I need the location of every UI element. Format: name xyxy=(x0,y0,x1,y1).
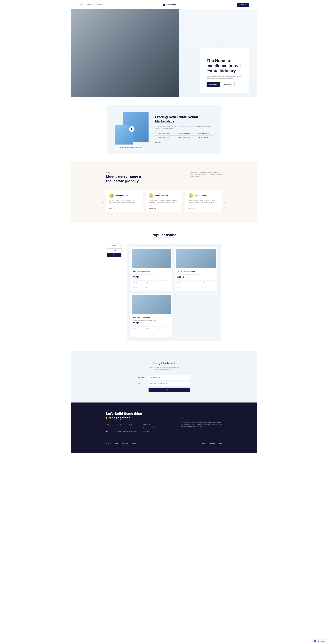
listing-image xyxy=(176,249,216,268)
footer-nav: Company Careers Blogs xyxy=(201,443,222,444)
hero: WELCOME The Home of excellence in real e… xyxy=(71,9,257,97)
card-explore-link[interactable]: Explore More xyxy=(149,208,157,209)
addr-usa: Valentin Paterson Road 24,USA xyxy=(115,424,137,428)
building-icon: 🏢 xyxy=(189,193,193,198)
listing-price: $3,210 xyxy=(177,276,215,278)
nav-about[interactable]: About xyxy=(79,4,83,6)
benefits-section: Benefits Most trusted name inreal-estate… xyxy=(71,161,257,223)
footer-company[interactable]: Company xyxy=(201,443,207,444)
updated-title: Stay Updated xyxy=(71,361,257,365)
about-eyebrow: About us xyxy=(155,112,213,114)
submit-button[interactable]: Submit xyxy=(149,388,190,392)
play-button[interactable] xyxy=(129,126,134,132)
benefits-title: Most trusted name inreal-estate globally xyxy=(106,174,142,184)
about-caption: 10+ years we have been in this property … xyxy=(116,146,144,150)
benefit-card: 🏢Rentul furnitureThe best architecture s… xyxy=(185,190,222,212)
feature-cell: Complete 24/7 Security xyxy=(174,136,194,139)
listing-section: Popular listing Featured Rent Sale 75A C… xyxy=(71,223,257,351)
listing-address: 754 Cera Residence, Brooklyn, NY 53201 U… xyxy=(177,274,215,275)
social-instagram[interactable]: instagram xyxy=(122,443,128,444)
feature-cell: Exceptional Lifestyle xyxy=(194,136,213,139)
email-input[interactable] xyxy=(149,382,190,386)
benefits-cards: 🏢Rentul furnitureThe best architecture s… xyxy=(106,190,222,212)
name-input[interactable] xyxy=(149,376,190,380)
brand-text: Dreamsale xyxy=(166,4,176,6)
footer-careers[interactable]: Careers xyxy=(210,443,215,444)
listing-card[interactable]: 75A Cera Residence754 Cera Residence, Br… xyxy=(131,294,172,337)
loc-usa: USA xyxy=(106,424,111,428)
listing-name: 75A Cera Residence xyxy=(133,270,170,273)
card-desc: The best architecture speaks the languag… xyxy=(189,200,219,205)
subscribe-form: Full Name Email Submit xyxy=(138,376,190,392)
contact-button[interactable]: Contact Us xyxy=(237,2,249,7)
brand-icon xyxy=(163,4,165,6)
benefits-eyebrow: Benefits xyxy=(106,172,142,173)
social-links: facebook twitter instagram linkedin xyxy=(106,443,136,444)
nav-projects[interactable]: Projects xyxy=(97,4,102,6)
listing-address: 754 Cera Residence, Brooklyn, NY 53201 U… xyxy=(133,320,170,321)
card-desc: The best architecture speaks the languag… xyxy=(149,200,179,205)
loc-uk: UK xyxy=(106,430,111,432)
phone-uk: +18143071239 xyxy=(141,430,162,432)
listing-image xyxy=(132,295,171,314)
footer: Let's Build Some thing Great Together US… xyxy=(71,402,257,454)
listing-tabs: Featured Rent Sale xyxy=(107,244,121,341)
listings-grid: 75A Cera Residence754 Cera Residence, Br… xyxy=(127,244,221,341)
footer-blogs[interactable]: Blogs xyxy=(219,443,222,444)
feature-cell: Smart Home Design xyxy=(194,132,213,136)
tab-sale[interactable]: Sale xyxy=(107,253,121,257)
updated-desc: Subscribe our new center for get notific… xyxy=(147,366,181,370)
feature-grid: Smart Home Design Beautiful Scene Around… xyxy=(155,132,213,139)
card-title: Rentul furniture xyxy=(155,194,168,196)
listing-card[interactable]: 75A Cera Residence754 Cera Residence, Br… xyxy=(131,248,172,291)
social-linkedin[interactable]: linkedin xyxy=(132,443,136,444)
addr-uk: 21 Valentin Paterson Road 24,London xyxy=(115,430,137,432)
social-facebook[interactable]: facebook xyxy=(106,443,111,444)
card-title: Rentul furniture xyxy=(116,194,128,196)
phone-usa: + 124 875 89 90Info@dreamsale-property.c… xyxy=(141,424,162,428)
listing-price: $3,210 xyxy=(133,276,170,278)
tab-featured[interactable]: Featured xyxy=(107,244,121,247)
hero-desc: The best architecture speaks the languag… xyxy=(207,76,243,80)
listing-card[interactable]: 75A Cera Residence754 Cera Residence, Br… xyxy=(175,248,217,291)
about-title: Leading Real Estate Rental Marketplace xyxy=(155,115,213,124)
slider-next[interactable]: → xyxy=(224,201,226,204)
building-icon: 🏢 xyxy=(149,193,154,198)
brand[interactable]: Dreamsale xyxy=(163,4,176,6)
card-explore-link[interactable]: Explore More xyxy=(189,208,197,209)
footer-text: Since the 1980s, as the complexity of bu… xyxy=(181,422,222,428)
hero-image xyxy=(71,9,179,97)
navbar: About Services Projects Dreamsale Contac… xyxy=(71,0,257,9)
explore-button[interactable]: Explore Now xyxy=(207,82,220,87)
listing-image xyxy=(132,249,171,268)
card-explore-link[interactable]: Explore More xyxy=(109,208,118,209)
nav-services[interactable]: Services xyxy=(87,4,93,6)
stay-updated-section: Stay Updated Subscribe our new center fo… xyxy=(71,351,257,402)
hero-box: WELCOME The Home of excellence in real e… xyxy=(200,48,249,93)
about-explore-link[interactable]: Explore More xyxy=(155,142,163,143)
card-title: Rentul furniture xyxy=(195,194,207,196)
get-in-touch-button[interactable]: Get In Touch xyxy=(221,82,234,87)
feature-cell: Exceptional Lifestyle xyxy=(155,136,174,139)
listing-title: Popular listing xyxy=(152,233,176,237)
feature-cell: Smart Home Design xyxy=(155,132,174,136)
listing-address: 754 Cera Residence, Brooklyn, NY 53201 U… xyxy=(133,274,170,275)
benefits-desc: We have won multiple awards as a real es… xyxy=(191,172,222,177)
listing-price: $3,210 xyxy=(133,322,170,324)
about-section: 10+ years we have been in this property … xyxy=(71,97,257,161)
nav-links: About Services Projects xyxy=(79,4,102,6)
slider-prev[interactable]: ← xyxy=(102,201,104,204)
card-desc: The best architecture speaks the languag… xyxy=(109,200,139,205)
wave-icon: 〰〰 xyxy=(181,418,222,420)
tab-rent[interactable]: Rent xyxy=(107,248,121,252)
about-desc: Over 39,000 people work for us in more t… xyxy=(155,126,213,129)
social-twitter[interactable]: twitter xyxy=(115,443,119,444)
listing-name: 75A Cera Residence xyxy=(177,270,215,273)
hero-title: The Home of excellence in real estate in… xyxy=(207,58,243,74)
email-label: Email xyxy=(138,383,149,384)
name-label: Full Name xyxy=(138,377,149,378)
benefit-card: 🏢Rentul furnitureThe best architecture s… xyxy=(106,190,143,212)
benefit-card: 🏢Rentul furnitureThe best architecture s… xyxy=(146,190,182,212)
feature-cell: Beautiful Scene Around xyxy=(174,132,194,136)
listing-name: 75A Cera Residence xyxy=(133,317,170,319)
